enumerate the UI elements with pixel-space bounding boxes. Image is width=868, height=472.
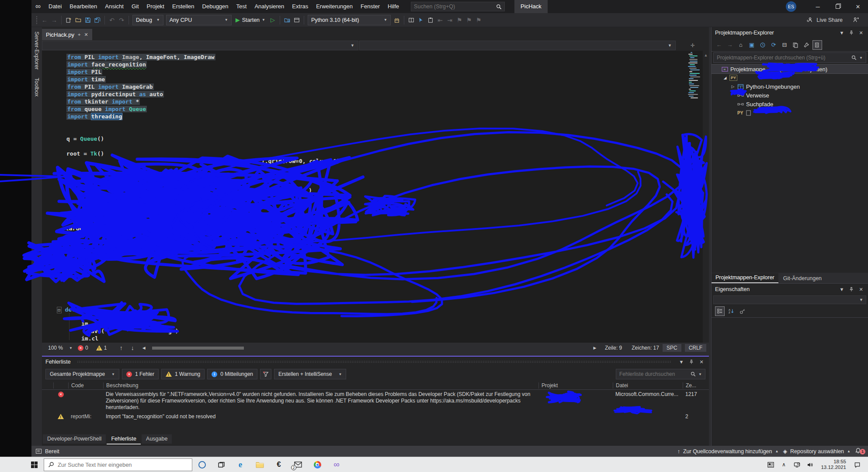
- tree-item[interactable]: PY: [712, 108, 868, 117]
- error-row[interactable]: ✕Die Verweisassemblys für ".NETFramework…: [42, 390, 709, 412]
- pin-icon[interactable]: [849, 30, 854, 35]
- environment-package-icon[interactable]: [392, 15, 402, 25]
- error-list-search-input[interactable]: [619, 371, 688, 377]
- menu-hilfe[interactable]: Hilfe: [384, 0, 403, 13]
- error-list-search-box[interactable]: ▼: [616, 369, 705, 379]
- home-icon[interactable]: ⌂: [736, 40, 746, 50]
- quick-search-input[interactable]: [414, 3, 496, 10]
- attach-to-process-icon[interactable]: [282, 15, 292, 25]
- action-center-button[interactable]: [851, 457, 864, 472]
- configuration-dropdown[interactable]: Debug▼: [132, 15, 163, 25]
- dock-tab-fehlerliste[interactable]: Fehlerliste: [107, 434, 141, 444]
- alphabetical-sort-icon[interactable]: AZ: [726, 306, 736, 316]
- start-debugging-button[interactable]: ▶ Starten ▼: [233, 17, 268, 23]
- task-view-taskbar-icon[interactable]: [212, 457, 231, 472]
- send-feedback-icon[interactable]: [853, 17, 859, 23]
- close-panel-icon[interactable]: ✕: [858, 287, 865, 292]
- hidden-icons-chevron-icon[interactable]: ∧: [777, 457, 790, 472]
- minimize-button[interactable]: ─: [808, 0, 828, 13]
- vertical-scrollbar[interactable]: ▲: [703, 51, 709, 343]
- bookmark-prev-icon[interactable]: ⚑: [464, 15, 474, 25]
- background-tasks-icon[interactable]: [36, 449, 42, 454]
- start-without-debugging-button[interactable]: ▷: [268, 15, 278, 25]
- close-tab-icon[interactable]: ✕: [84, 32, 88, 38]
- code-editor-viewport[interactable]: from PIL import Image, ImageFont, ImageD…: [42, 51, 709, 343]
- tree-item-python-umgebungen[interactable]: ▷Python-Umgebungen: [712, 82, 868, 91]
- line-indicator[interactable]: Zeile: 9: [605, 345, 622, 351]
- window-position-chevron-icon[interactable]: ▼: [838, 287, 845, 292]
- property-key-icon[interactable]: [738, 306, 747, 316]
- warnings-filter-button[interactable]: ! 1 Warnung: [161, 369, 205, 379]
- warning-count[interactable]: 1: [104, 345, 107, 351]
- euro-app-taskbar-icon[interactable]: €: [269, 457, 288, 472]
- solution-explorer-search-input[interactable]: [717, 55, 849, 61]
- project-scope-dropdown[interactable]: ▼: [42, 41, 358, 50]
- source-dropdown[interactable]: Erstellen + IntelliSense▼: [274, 369, 346, 379]
- solution-explorer-search-box[interactable]: ▼: [713, 52, 866, 63]
- menu-bearbeiten[interactable]: Bearbeiten: [66, 0, 101, 13]
- tree-item-verweise[interactable]: Verweise: [712, 91, 868, 100]
- taskbar-search-input[interactable]: [58, 462, 188, 468]
- new-project-icon[interactable]: [64, 15, 73, 25]
- eol-indicator[interactable]: CRLF: [685, 344, 706, 352]
- save-icon[interactable]: [83, 15, 93, 25]
- tree-item[interactable]: ◢PY: [712, 73, 868, 82]
- taskbar-clock[interactable]: 18:55 13.12.2021: [817, 459, 850, 470]
- menu-erweiterungen[interactable]: Erweiterungen: [312, 0, 357, 13]
- close-panel-icon[interactable]: ✕: [858, 30, 865, 36]
- indent-icon[interactable]: ⇥: [445, 15, 455, 25]
- column-description[interactable]: Beschreibung: [103, 382, 538, 389]
- editor-split-handle[interactable]: ✛: [677, 41, 709, 50]
- chrome-taskbar-icon[interactable]: [308, 457, 327, 472]
- tree-item-suchpfade[interactable]: Suchpfade: [712, 100, 868, 108]
- toolbar-drag-handle[interactable]: [36, 16, 38, 24]
- window-split-icon[interactable]: [406, 15, 416, 25]
- column-indicator[interactable]: Zeichen: 17: [632, 345, 659, 351]
- expander-collapsed-icon[interactable]: ▷: [731, 84, 735, 89]
- dock-tab-projektmappen-explorer[interactable]: Projektmappen-Explorer: [712, 273, 778, 283]
- select-repository-button[interactable]: ◈ Repository auswählen ▲: [783, 448, 851, 455]
- python-environment-dropdown[interactable]: Python 3.10 (64-bit)▼: [308, 15, 391, 25]
- refresh-icon[interactable]: ⟳: [769, 40, 778, 50]
- expander-expanded-icon[interactable]: ◢: [723, 76, 727, 80]
- filter-button[interactable]: [260, 369, 271, 379]
- menu-analysieren[interactable]: Analysieren: [250, 0, 288, 13]
- collapse-all-icon[interactable]: ⊟: [780, 40, 789, 50]
- switch-views-icon[interactable]: ▣: [747, 40, 757, 50]
- error-row[interactable]: !reportMi:Import "face_recognition" coul…: [42, 412, 709, 421]
- cortana-taskbar-icon[interactable]: [192, 457, 212, 472]
- previous-issue-arrow-icon[interactable]: ↑: [116, 343, 126, 353]
- next-issue-arrow-icon[interactable]: ↓: [128, 343, 137, 353]
- close-panel-icon[interactable]: ✕: [698, 359, 705, 365]
- account-avatar[interactable]: ES: [786, 1, 796, 12]
- window-layout-icon[interactable]: [292, 15, 302, 25]
- visual-studio-taskbar-icon[interactable]: ∞: [327, 457, 346, 472]
- menu-test[interactable]: Test: [233, 0, 251, 13]
- menu-git[interactable]: Git: [128, 0, 143, 13]
- document-tab-pichack[interactable]: PicHack.py + ✕: [42, 29, 92, 40]
- member-scope-dropdown[interactable]: ▼: [359, 41, 676, 50]
- tool-tab-server-explorer[interactable]: Server-Explorer: [34, 31, 40, 70]
- undo-icon[interactable]: ↶: [107, 15, 117, 25]
- minimap[interactable]: [688, 52, 703, 99]
- bookmark-toggle-icon[interactable]: ⚑: [455, 15, 464, 25]
- nav-back-icon[interactable]: ←: [714, 40, 724, 50]
- column-code[interactable]: Code: [68, 382, 103, 389]
- menu-extras[interactable]: Extras: [288, 0, 312, 13]
- wrench-icon[interactable]: [802, 40, 811, 50]
- nav-forward-icon[interactable]: →: [725, 40, 735, 50]
- show-all-files-icon[interactable]: [812, 40, 822, 50]
- nav-back-icon[interactable]: ←: [40, 15, 49, 25]
- live-share-label[interactable]: Live Share: [816, 17, 843, 23]
- dock-tab-git-änderungen[interactable]: Git-Änderungen: [779, 274, 826, 283]
- scroll-right-icon[interactable]: ▶: [590, 343, 600, 353]
- column-project[interactable]: Projekt: [538, 382, 613, 389]
- mail-taskbar-icon[interactable]: 2: [288, 457, 308, 472]
- redo-icon[interactable]: ↷: [117, 15, 126, 25]
- pin-tab-icon[interactable]: +: [78, 32, 80, 37]
- column-file[interactable]: Datei: [613, 382, 683, 389]
- file-explorer-taskbar-icon[interactable]: [250, 457, 269, 472]
- edge-taskbar-icon[interactable]: e: [231, 457, 250, 472]
- messages-filter-button[interactable]: i 0 Mitteilungen: [207, 369, 257, 379]
- taskbar-search-box[interactable]: [44, 458, 192, 471]
